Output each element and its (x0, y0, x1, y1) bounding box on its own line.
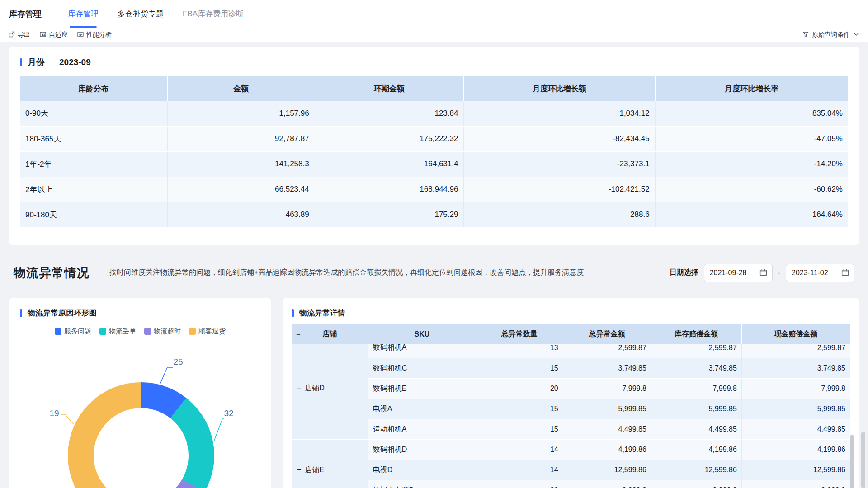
date-picker-area: 日期选择 2021-09-28 - 2023-11-02 (670, 264, 854, 282)
legend-item[interactable]: 顾客退货 (189, 327, 226, 336)
donut-card-title-row: 物流异常原因环形图 (20, 305, 260, 321)
details-table-row: −店铺E数码相机D144,199.864,199.864,199.86 (292, 440, 850, 460)
details-table-header: −店铺SKU总异常数量总异常金额库存赔偿金额现金赔偿金额 (292, 324, 850, 344)
age-bucket-cell: 180-365天 (20, 126, 167, 151)
sku-cell: 笔记本电脑B (368, 480, 476, 488)
value-cell: 14 (476, 460, 563, 480)
value-cell: 13 (476, 344, 563, 358)
details-table-wrap: −店铺SKU总异常数量总异常金额库存赔偿金额现金赔偿金额 −店铺D数码相机A13… (292, 324, 850, 488)
sku-cell: 运动相机A (368, 419, 476, 440)
value-cell: 5,999.85 (651, 399, 741, 419)
legend-swatch (55, 328, 61, 335)
sku-cell: 电视A (368, 399, 476, 419)
value-cell: 4,499.85 (741, 419, 850, 440)
shop-name: 店铺E (305, 466, 324, 474)
value-cell: 20 (476, 480, 563, 488)
value-cell: 7,999.8 (651, 379, 741, 399)
export-button[interactable]: 导出 (8, 31, 30, 39)
age-distribution-card: 月份 2023-09 库龄分布金额环期金额月度环比增长额月度环比增长率 0-90… (9, 47, 859, 245)
sku-cell: 数码相机A (368, 344, 476, 358)
collapse-group-icon[interactable]: − (297, 384, 301, 392)
value-cell: 141,258.3 (167, 151, 315, 177)
age-table-header-cell: 月度环比增长额 (464, 76, 655, 101)
query-conditions-dropdown[interactable]: 原始查询条件 (802, 31, 860, 39)
legend-label: 物流丢单 (109, 327, 136, 336)
donut-segment-value: 25 (173, 357, 183, 366)
age-bucket-cell: 2年以上 (20, 177, 167, 202)
value-cell: 4,499.85 (651, 419, 741, 440)
filter-icon (802, 31, 809, 39)
age-table-row: 90-180天463.89175.29288.6164.64% (20, 202, 848, 227)
details-card: 物流异常详情 −店铺SKU总异常数量总异常金额库存赔偿金额现金赔偿金额 −店铺D… (283, 298, 859, 488)
value-cell: 168,944.96 (315, 177, 464, 202)
sku-cell: 数码相机E (368, 379, 476, 399)
tab-multi-warehouse-replenishment[interactable]: 多仓补货专题 (118, 0, 164, 28)
shop-group-cell: −店铺D (292, 344, 368, 440)
query-conditions-label: 原始查询条件 (812, 31, 850, 39)
age-table-header-cell: 库龄分布 (20, 76, 167, 101)
value-cell: 2,599.87 (741, 344, 850, 358)
value-cell: 15 (476, 419, 563, 440)
date-start-input[interactable]: 2021-09-28 (704, 264, 773, 282)
sku-cell: 数码相机C (368, 358, 476, 379)
bottom-cards-row: 物流异常原因环形图 服务问题物流丢单物流超时顾客退货 253219 物流异常详情… (9, 298, 859, 488)
toolbar: 导出 自适应 性能分析 原始查询条件 (0, 28, 868, 42)
value-cell: 164.64% (655, 202, 848, 227)
donut-segment-value: 32 (224, 408, 233, 418)
value-cell: -14.20% (655, 151, 848, 177)
date-range-separator: - (778, 269, 780, 277)
value-cell: 7,999.8 (563, 379, 651, 399)
donut-chart[interactable] (68, 382, 214, 488)
date-end-input[interactable]: 2023-11-02 (786, 264, 854, 282)
legend-label: 顾客退货 (198, 327, 226, 336)
collapse-all-icon[interactable]: − (296, 330, 300, 338)
value-cell: -23,373.1 (464, 151, 655, 177)
value-cell: 164,631.4 (315, 151, 464, 177)
tab-fba-cost-diagnosis[interactable]: FBA库存费用诊断 (183, 0, 244, 28)
tab-label: 多仓补货专题 (118, 9, 164, 19)
details-table: −店铺D数码相机A132,599.872,599.872,599.87数码相机C… (292, 344, 850, 488)
details-table-header-cell: 总异常数量 (476, 324, 563, 344)
sku-cell: 数码相机D (368, 440, 476, 460)
tab-inventory-management[interactable]: 库存管理 (68, 0, 99, 28)
value-cell: 15 (476, 399, 563, 419)
collapse-group-icon[interactable]: − (297, 466, 301, 474)
section-marker-bar (292, 309, 294, 317)
value-cell: 1,034.12 (464, 101, 655, 126)
age-table-row: 0-90天1,157.96123.841,034.12835.04% (20, 101, 848, 126)
legend-item[interactable]: 服务问题 (55, 327, 91, 336)
legend-item[interactable]: 物流超时 (144, 327, 181, 336)
details-table-scrollbar-thumb[interactable] (850, 435, 854, 488)
performance-button[interactable]: 性能分析 (77, 31, 112, 39)
value-cell: 15 (476, 358, 563, 379)
nav-brand: 库存管理 (9, 9, 42, 19)
value-cell: 2,599.87 (651, 344, 741, 358)
legend-item[interactable]: 物流丢单 (99, 327, 136, 336)
value-cell: 9,999.8 (563, 480, 651, 488)
value-cell: 3,749.85 (563, 358, 651, 379)
legend-swatch (144, 328, 151, 335)
details-table-header-cell: −店铺 (292, 324, 368, 344)
details-table-scroll-area[interactable]: −店铺D数码相机A132,599.872,599.872,599.87数码相机C… (292, 344, 850, 488)
age-table-header-cell: 环期金额 (315, 76, 464, 101)
age-bucket-cell: 1年-2年 (20, 151, 167, 177)
value-cell: 92,787.87 (167, 126, 315, 151)
details-table-row: 笔记本电脑B209,999.89,999.89,999.8 (292, 480, 850, 488)
value-cell: 5,999.85 (563, 399, 651, 419)
export-icon (8, 31, 15, 39)
value-cell: 20 (476, 379, 563, 399)
shop-name: 店铺D (305, 384, 325, 392)
month-label: 月份 (28, 56, 45, 68)
details-table-body: −店铺D数码相机A132,599.872,599.872,599.87数码相机C… (292, 344, 850, 488)
date-start-value: 2021-09-28 (710, 269, 747, 277)
page-scrollbar-thumb[interactable] (861, 432, 865, 488)
export-label: 导出 (18, 31, 30, 39)
fit-button[interactable]: 自适应 (39, 31, 68, 39)
value-cell: 9,999.8 (741, 480, 850, 488)
value-cell: 4,199.86 (651, 440, 741, 460)
logistics-section-header: 物流异常情况 按时间维度关注物流异常的问题，细化到店铺+商品追踪因物流异常造成的… (14, 257, 854, 289)
tab-label: FBA库存费用诊断 (183, 9, 244, 19)
top-nav: 库存管理 库存管理 多仓补货专题 FBA库存费用诊断 (0, 0, 868, 28)
details-card-title: 物流异常详情 (299, 308, 345, 318)
legend-swatch (99, 328, 106, 335)
